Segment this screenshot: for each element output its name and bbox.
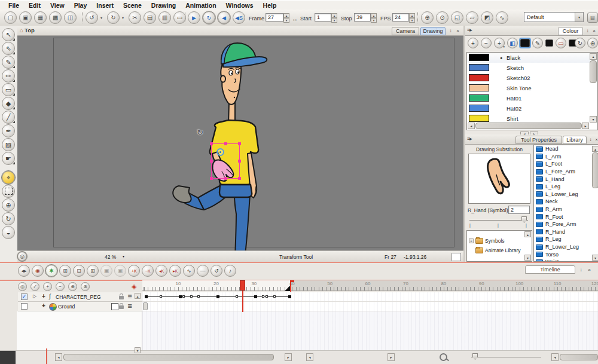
- linear-ease-button[interactable]: —: [197, 265, 209, 277]
- onion-skin-button[interactable]: ◉: [32, 265, 44, 277]
- library-item[interactable]: Head: [534, 145, 598, 153]
- menu-item[interactable]: Scene: [118, 1, 147, 10]
- stop-input[interactable]: 39: [354, 13, 371, 22]
- panel-dock-icon[interactable]: ↓: [584, 27, 591, 34]
- home-icon[interactable]: ⌂: [20, 27, 23, 33]
- expand-icon[interactable]: +: [42, 302, 45, 309]
- pencil-tool[interactable]: ✏: [2, 69, 15, 82]
- panel-close-icon[interactable]: ×: [454, 27, 461, 34]
- tab-colour[interactable]: Colour: [558, 27, 583, 35]
- transform-handle[interactable]: [238, 142, 241, 145]
- remove-layer-button[interactable]: ⊟: [73, 265, 85, 277]
- current-colour-swatch[interactable]: [520, 39, 530, 47]
- timeline-zoom-slider-track[interactable]: [471, 357, 541, 357]
- colour-swatch-row[interactable]: ● Black: [467, 53, 590, 63]
- horizontal-scrollbar-thumb[interactable]: [475, 123, 582, 129]
- transform-pivot[interactable]: [216, 148, 224, 156]
- scroll-down-button[interactable]: ▾: [592, 255, 598, 261]
- add-peg-button[interactable]: ⊞: [87, 265, 99, 277]
- refresh-view-button[interactable]: ◎: [17, 252, 27, 261]
- keyframe-marker[interactable]: [288, 295, 291, 298]
- show-data-view-button[interactable]: ✱: [45, 265, 57, 277]
- fps-spinner[interactable]: ▴▾: [409, 13, 415, 22]
- eraser-tool[interactable]: ▭: [2, 83, 15, 96]
- scroll-right-button[interactable]: ▸: [285, 353, 292, 361]
- timeline-hscrollbar-thumb[interactable]: [63, 354, 274, 360]
- add-sound-button[interactable]: ♪: [224, 265, 236, 277]
- rotate-anim-tool[interactable]: ↻: [2, 212, 15, 225]
- colour-swatch-row[interactable]: ● Hat01: [467, 93, 590, 103]
- add-layer-button[interactable]: +: [43, 282, 52, 291]
- track-empty-area[interactable]: [142, 311, 598, 350]
- keyframe-marker[interactable]: [262, 295, 264, 298]
- centre-view-button[interactable]: ⊛: [81, 282, 90, 291]
- exposure-cell[interactable]: [143, 302, 148, 310]
- select-drawing-tool[interactable]: [2, 185, 15, 198]
- vertical-scrollbar-thumb[interactable]: [590, 60, 597, 83]
- colour-swatch[interactable]: [469, 105, 489, 112]
- layer-flag-icon[interactable]: ▷: [33, 293, 36, 299]
- library-item[interactable]: L_Hand: [534, 175, 598, 183]
- menu-item[interactable]: Play: [69, 1, 92, 10]
- duplicate-drawing-button[interactable]: ▣: [100, 265, 112, 277]
- import-button[interactable]: ◫: [64, 11, 77, 24]
- panel-close-icon[interactable]: ×: [591, 27, 597, 34]
- transform-handle[interactable]: [224, 142, 227, 145]
- stop-spinner[interactable]: ▴▾: [371, 13, 377, 22]
- keyframe-marker[interactable]: [197, 295, 200, 298]
- workspace-select[interactable]: Default ▾: [524, 12, 584, 22]
- clone-drawing-button[interactable]: ▣: [114, 265, 126, 277]
- scroll-right-button[interactable]: ▸: [388, 353, 395, 361]
- panel-dock-icon[interactable]: ↓: [447, 27, 454, 34]
- menu-item[interactable]: Help: [258, 1, 282, 10]
- pencil-colour-swatch[interactable]: [545, 39, 553, 47]
- tree-item-animate-library[interactable]: Animate Library: [475, 247, 521, 253]
- translate-anim-tool[interactable]: ⊕: [2, 198, 15, 212]
- add-keyframe-button[interactable]: +K: [128, 265, 140, 277]
- transform-handle[interactable]: [224, 177, 227, 180]
- scroll-left-button[interactable]: ◂: [551, 353, 559, 361]
- show-side-panels-button[interactable]: ◂▸: [18, 265, 30, 277]
- paint-tool[interactable]: ◆: [2, 97, 15, 110]
- dropper-tool[interactable]: ✒: [2, 124, 15, 137]
- lock-icon[interactable]: [119, 305, 124, 309]
- keyframe-marker[interactable]: [145, 295, 148, 298]
- start-input[interactable]: 1: [315, 13, 331, 22]
- zoom-dropdown-icon[interactable]: ▾: [123, 254, 124, 258]
- library-item[interactable]: R_Fore_Arm: [534, 221, 598, 228]
- scroll-left-button[interactable]: ◂: [468, 123, 475, 129]
- track-row-ground[interactable]: [142, 302, 598, 311]
- drawing-substitution-preview[interactable]: [468, 154, 530, 204]
- layer-stack-icon[interactable]: ≣: [127, 302, 132, 309]
- frame-spinner[interactable]: ▴▾: [283, 13, 289, 22]
- layer-enable-checkbox[interactable]: ✓: [21, 293, 28, 300]
- frame-input[interactable]: 27: [266, 13, 283, 22]
- layer-colour-swatch[interactable]: [111, 303, 118, 310]
- start-spinner[interactable]: ▴▾: [331, 13, 337, 22]
- redo-button[interactable]: ↻: [107, 11, 120, 24]
- workspace-dropdown-button[interactable]: ▾: [575, 13, 583, 22]
- sound-scrubbing-button[interactable]: ◀S: [233, 11, 245, 24]
- substitution-slider-thumb[interactable]: [521, 216, 527, 223]
- save-button[interactable]: ▦: [34, 11, 47, 24]
- keyframe-marker[interactable]: [179, 295, 182, 298]
- transform-handle[interactable]: [210, 160, 213, 163]
- timeline-zoom-slider-thumb[interactable]: [472, 353, 478, 360]
- layer-scroll-up-button[interactable]: ▴: [135, 293, 141, 299]
- transform-tool[interactable]: ⌖: [2, 171, 15, 184]
- new-palette-button[interactable]: ⊕: [587, 38, 598, 48]
- layer-row-ground[interactable]: + Ground ≣: [18, 302, 142, 311]
- transform-handle[interactable]: [210, 142, 213, 145]
- pencil-colour-button[interactable]: ✎: [532, 38, 543, 48]
- panel-close-icon[interactable]: ×: [586, 267, 593, 273]
- hand-tool[interactable]: ☛: [2, 152, 15, 165]
- remove-colour-button[interactable]: −: [481, 38, 492, 48]
- tab-timeline[interactable]: Timeline: [525, 265, 575, 274]
- library-item[interactable]: L_Leg: [534, 183, 598, 191]
- frame-ruler[interactable]: 102030405060708090100110120: [142, 280, 598, 291]
- colour-swatch[interactable]: [469, 54, 489, 61]
- scroll-right-button[interactable]: ▸: [582, 123, 589, 129]
- substitution-slider-track[interactable]: [469, 220, 528, 221]
- tab-camera[interactable]: Camera: [392, 27, 419, 35]
- menu-item[interactable]: Insert: [91, 1, 118, 10]
